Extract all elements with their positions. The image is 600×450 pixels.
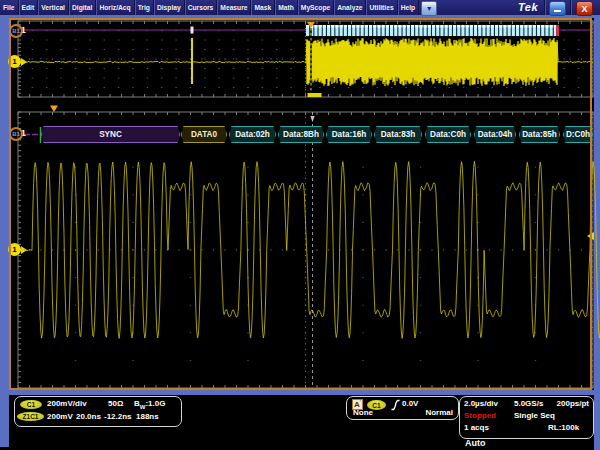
channel-readout-box: C1 200mV/div 50Ω BW:1.0G Z1C1 200mV 20.0… xyxy=(14,396,182,427)
waveform-display-window[interactable] xyxy=(9,18,592,390)
resolution: 200ps/pt xyxy=(557,399,589,408)
tek-logo: Tek xyxy=(518,1,538,13)
menu-edit[interactable]: Edit xyxy=(19,0,39,15)
z1c1-badge[interactable]: Z1C1 xyxy=(17,412,44,421)
menu-display[interactable]: Display xyxy=(154,0,185,15)
menu-help[interactable]: Help xyxy=(398,0,420,15)
menu-analyze[interactable]: Analyze xyxy=(334,0,366,15)
menu-overflow-button[interactable]: ▼ xyxy=(421,1,437,16)
acq-count: 1 acqs xyxy=(464,423,489,432)
menu-bar: FileEditVerticalDigitalHoriz/AcqTrigDisp… xyxy=(0,0,600,15)
seq-mode: Single Seq xyxy=(514,411,555,420)
ch1-badge[interactable]: C1 xyxy=(20,400,42,409)
timebase: 2.0µs/div xyxy=(464,399,498,408)
caret-down-icon: ▼ xyxy=(426,6,433,12)
menu-file[interactable]: File xyxy=(0,0,19,15)
menu-measure[interactable]: Measure xyxy=(217,0,251,15)
menu-mask[interactable]: Mask xyxy=(251,0,275,15)
zoom-timebase: 20.0ns xyxy=(76,412,101,421)
ch1-scale: 200mV/div xyxy=(47,399,87,408)
trigger-status: Auto xyxy=(465,438,486,448)
zoom-duration: 188ns xyxy=(136,412,159,421)
rising-edge-icon xyxy=(391,399,400,411)
menubar-separator xyxy=(544,0,545,15)
ch1-impedance: 50Ω xyxy=(108,399,123,408)
menu-digital[interactable]: Digital xyxy=(69,0,96,15)
menu-horizacq[interactable]: Horiz/Acq xyxy=(96,0,134,15)
minimize-icon xyxy=(554,10,561,12)
zoom-scale: 200mV xyxy=(47,412,73,421)
trigger-mode: Normal xyxy=(425,408,453,417)
record-length: RL:100k xyxy=(548,423,579,432)
menu-cursors[interactable]: Cursors xyxy=(185,0,218,15)
close-button[interactable]: X xyxy=(576,1,593,16)
menu-myscope[interactable]: MyScope xyxy=(298,0,334,15)
acq-state: Stopped xyxy=(464,411,496,420)
menu-items: FileEditVerticalDigitalHoriz/AcqTrigDisp… xyxy=(0,0,419,15)
menu-math[interactable]: Math xyxy=(275,0,298,15)
trigger-type: None xyxy=(353,408,373,417)
menu-trig[interactable]: Trig xyxy=(135,0,154,15)
horizontal-readout-box: 2.0µs/div 5.0GS/s 200ps/pt Stopped Singl… xyxy=(459,396,594,439)
menubar-separator xyxy=(570,0,571,15)
minimize-button[interactable] xyxy=(549,1,566,16)
ch1-bandwidth: BW:1.0G xyxy=(134,399,165,410)
trigger-level: 0.0V xyxy=(402,399,418,408)
menu-utilities[interactable]: Utilities xyxy=(366,0,397,15)
trigger-readout-box: A' C1 0.0V None Normal xyxy=(346,396,459,420)
a-trigger-badge-mark: ' xyxy=(360,399,361,405)
sample-rate: 5.0GS/s xyxy=(514,399,543,408)
menu-vertical[interactable]: Vertical xyxy=(38,0,69,15)
zoom-position: -12.2ns xyxy=(104,412,132,421)
